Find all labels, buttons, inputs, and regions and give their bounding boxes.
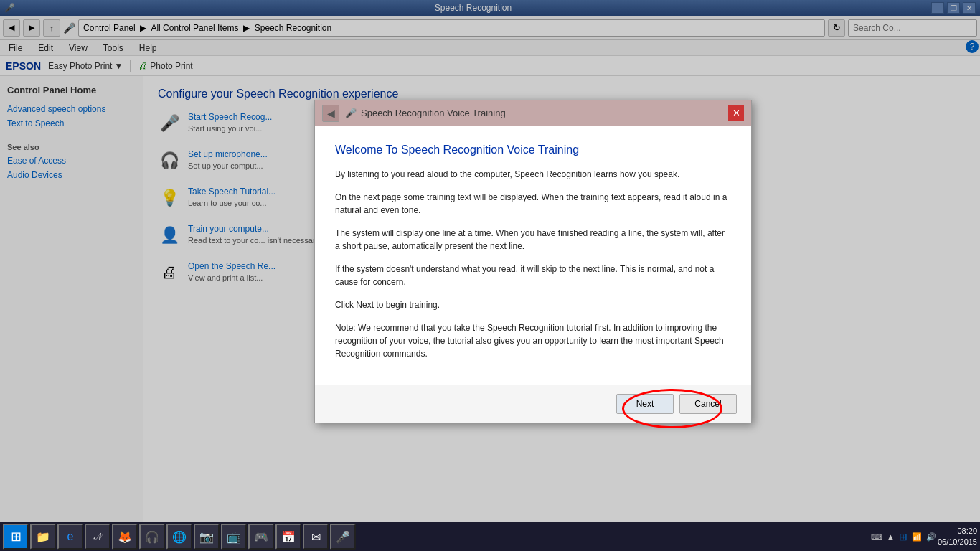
taskbar-volume-icon[interactable]: 🔊: [926, 532, 936, 542]
dialog-mic-icon: 🎤: [345, 108, 357, 118]
taskbar-arrow-up-icon[interactable]: ▲: [887, 532, 895, 541]
dialog-title-label: Speech Recognition Voice Training: [361, 108, 506, 118]
dialog-para-2: On the next page some training text will…: [335, 191, 731, 217]
speech-training-dialog: ◀ 🎤 Speech Recognition Voice Training ✕ …: [314, 100, 752, 423]
clock-time: 08:20: [938, 526, 977, 537]
taskbar-games[interactable]: 🎮: [248, 524, 274, 550]
dialog-heading: Welcome To Speech Recognition Voice Trai…: [335, 143, 731, 156]
taskbar-headphones[interactable]: 🎧: [139, 524, 165, 550]
dialog-para-6: Note: We recommend that you take the Spe…: [335, 321, 731, 360]
start-button[interactable]: ⊞: [3, 524, 29, 550]
taskbar-keyboard-icon: ⌨: [871, 532, 882, 542]
taskbar-handwriting[interactable]: 𝒩: [85, 524, 110, 550]
dialog-close-button[interactable]: ✕: [728, 105, 744, 121]
taskbar-video[interactable]: 📺: [221, 524, 247, 550]
next-button[interactable]: Next: [616, 394, 674, 414]
taskbar-file-explorer[interactable]: 📁: [30, 524, 56, 550]
next-btn-wrapper: Next: [616, 394, 674, 414]
dialog-para-4: If the system doesn't understand what yo…: [335, 263, 731, 288]
dialog-para-1: By listening to you read aloud to the co…: [335, 168, 731, 181]
dialog-body: Welcome To Speech Recognition Voice Trai…: [315, 126, 751, 385]
dialog-titlebar: ◀ 🎤 Speech Recognition Voice Training ✕: [315, 100, 751, 126]
taskbar: ⊞ 📁 e 𝒩 🦊 🎧 🌐 📷 📺 🎮 📅 ✉ 🎤 ⌨ ▲ ⊞ 📶 🔊 08:2…: [0, 522, 980, 551]
dialog-para-3: The system will display one line at a ti…: [335, 227, 731, 253]
taskbar-ie[interactable]: e: [57, 524, 83, 550]
dialog-overlay: ◀ 🎤 Speech Recognition Voice Training ✕ …: [0, 0, 980, 551]
dialog-title-text: 🎤 Speech Recognition Voice Training: [345, 108, 506, 118]
taskbar-speech[interactable]: 🎤: [330, 524, 356, 550]
taskbar-photo[interactable]: 📷: [194, 524, 220, 550]
taskbar-network[interactable]: 🌐: [166, 524, 192, 550]
taskbar-windows-icon: ⊞: [899, 531, 908, 542]
dialog-footer: Next Cancel: [315, 385, 751, 423]
clock-date: 06/10/2015: [938, 537, 977, 547]
dialog-para-5: Click Next to begin training.: [335, 298, 731, 311]
cancel-button[interactable]: Cancel: [679, 394, 737, 414]
taskbar-clock[interactable]: 08:20 06/10/2015: [938, 526, 977, 548]
taskbar-signal-icon: 📶: [912, 532, 922, 542]
dialog-back-button[interactable]: ◀: [322, 105, 339, 122]
taskbar-calendar[interactable]: 📅: [275, 524, 301, 550]
taskbar-firefox[interactable]: 🦊: [112, 524, 138, 550]
taskbar-mail[interactable]: ✉: [303, 524, 329, 550]
taskbar-sys-tray: ⌨ ▲ ⊞ 📶 🔊: [871, 531, 936, 542]
